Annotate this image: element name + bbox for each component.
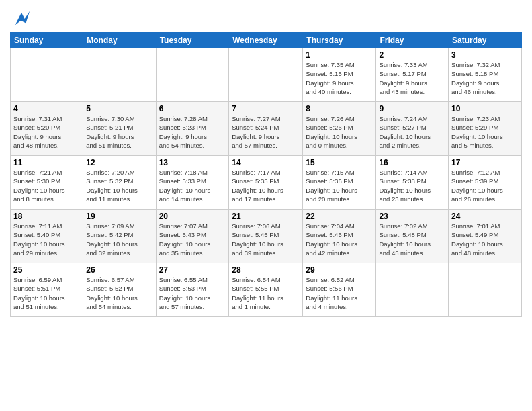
calendar-cell: 24Sunrise: 7:01 AM Sunset: 5:49 PM Dayli…: [449, 210, 522, 263]
calendar-cell: 6Sunrise: 7:28 AM Sunset: 5:23 PM Daylig…: [156, 102, 229, 156]
day-number: 22: [306, 212, 373, 221]
calendar-cell: 16Sunrise: 7:14 AM Sunset: 5:38 PM Dayli…: [376, 156, 449, 210]
calendar-cell: 3Sunrise: 7:32 AM Sunset: 5:18 PM Daylig…: [449, 48, 522, 102]
weekday-header-sunday: Sunday: [11, 33, 83, 48]
day-info: Sunrise: 7:17 AM Sunset: 5:35 PM Dayligh…: [232, 168, 300, 203]
page-container: SundayMondayTuesdayWednesdayThursdayFrid…: [0, 0, 532, 324]
day-number: 12: [86, 158, 152, 167]
day-number: 11: [13, 158, 80, 167]
calendar-cell: 21Sunrise: 7:06 AM Sunset: 5:45 PM Dayli…: [229, 210, 303, 263]
calendar-week-2: 4Sunrise: 7:31 AM Sunset: 5:20 PM Daylig…: [11, 102, 522, 156]
day-info: Sunrise: 7:20 AM Sunset: 5:32 PM Dayligh…: [86, 168, 152, 203]
logo-bird-icon: [12, 9, 31, 28]
calendar-cell: 11Sunrise: 7:21 AM Sunset: 5:30 PM Dayli…: [11, 156, 83, 210]
day-info: Sunrise: 6:54 AM Sunset: 5:55 PM Dayligh…: [232, 275, 300, 311]
calendar-table: SundayMondayTuesdayWednesdayThursdayFrid…: [10, 32, 522, 317]
calendar-cell: 20Sunrise: 7:07 AM Sunset: 5:43 PM Dayli…: [156, 210, 229, 263]
day-info: Sunrise: 7:30 AM Sunset: 5:21 PM Dayligh…: [86, 114, 152, 150]
day-info: Sunrise: 7:04 AM Sunset: 5:46 PM Dayligh…: [306, 222, 373, 257]
calendar-cell: 10Sunrise: 7:23 AM Sunset: 5:29 PM Dayli…: [449, 102, 522, 156]
day-info: Sunrise: 7:31 AM Sunset: 5:20 PM Dayligh…: [13, 114, 80, 150]
calendar-cell: 17Sunrise: 7:12 AM Sunset: 5:39 PM Dayli…: [449, 156, 522, 210]
svg-marker-0: [15, 11, 30, 26]
calendar-cell: 25Sunrise: 6:59 AM Sunset: 5:51 PM Dayli…: [11, 263, 83, 317]
day-info: Sunrise: 6:59 AM Sunset: 5:51 PM Dayligh…: [13, 275, 80, 311]
day-number: 13: [159, 158, 226, 167]
page-header: [10, 7, 522, 28]
day-number: 14: [232, 158, 300, 167]
day-number: 24: [451, 212, 519, 221]
day-number: 21: [232, 212, 300, 221]
day-number: 28: [232, 265, 300, 275]
day-number: 19: [86, 212, 152, 221]
day-number: 9: [379, 104, 445, 113]
day-number: 26: [86, 265, 152, 275]
day-number: 27: [159, 265, 226, 275]
calendar-cell: 26Sunrise: 6:57 AM Sunset: 5:52 PM Dayli…: [83, 263, 156, 317]
calendar-cell: 28Sunrise: 6:54 AM Sunset: 5:55 PM Dayli…: [229, 263, 303, 317]
weekday-header-wednesday: Wednesday: [229, 33, 303, 48]
calendar-week-1: 1Sunrise: 7:35 AM Sunset: 5:15 PM Daylig…: [11, 48, 522, 102]
calendar-cell: 29Sunrise: 6:52 AM Sunset: 5:56 PM Dayli…: [303, 263, 376, 317]
weekday-header-row: SundayMondayTuesdayWednesdayThursdayFrid…: [11, 33, 522, 48]
calendar-cell: 8Sunrise: 7:26 AM Sunset: 5:26 PM Daylig…: [303, 102, 376, 156]
day-info: Sunrise: 7:18 AM Sunset: 5:33 PM Dayligh…: [159, 168, 226, 203]
day-info: Sunrise: 6:57 AM Sunset: 5:52 PM Dayligh…: [86, 275, 152, 311]
day-info: Sunrise: 7:24 AM Sunset: 5:27 PM Dayligh…: [379, 114, 445, 150]
calendar-week-3: 11Sunrise: 7:21 AM Sunset: 5:30 PM Dayli…: [11, 156, 522, 210]
weekday-header-saturday: Saturday: [449, 33, 522, 48]
calendar-cell: [229, 48, 303, 102]
calendar-cell: 14Sunrise: 7:17 AM Sunset: 5:35 PM Dayli…: [229, 156, 303, 210]
calendar-cell: 23Sunrise: 7:02 AM Sunset: 5:48 PM Dayli…: [376, 210, 449, 263]
calendar-cell: [11, 48, 83, 102]
calendar-week-4: 18Sunrise: 7:11 AM Sunset: 5:40 PM Dayli…: [11, 210, 522, 263]
calendar-cell: 12Sunrise: 7:20 AM Sunset: 5:32 PM Dayli…: [83, 156, 156, 210]
day-info: Sunrise: 7:02 AM Sunset: 5:48 PM Dayligh…: [379, 222, 445, 257]
day-info: Sunrise: 7:12 AM Sunset: 5:39 PM Dayligh…: [451, 168, 519, 203]
calendar-cell: 19Sunrise: 7:09 AM Sunset: 5:42 PM Dayli…: [83, 210, 156, 263]
day-number: 23: [379, 212, 445, 221]
day-number: 7: [232, 104, 300, 113]
day-number: 4: [13, 104, 80, 113]
day-number: 8: [306, 104, 373, 113]
calendar-cell: [83, 48, 156, 102]
day-info: Sunrise: 7:06 AM Sunset: 5:45 PM Dayligh…: [232, 222, 300, 257]
day-info: Sunrise: 7:14 AM Sunset: 5:38 PM Dayligh…: [379, 168, 445, 203]
day-number: 15: [306, 158, 373, 167]
day-number: 6: [159, 104, 226, 113]
calendar-cell: 5Sunrise: 7:30 AM Sunset: 5:21 PM Daylig…: [83, 102, 156, 156]
weekday-header-tuesday: Tuesday: [156, 33, 229, 48]
day-number: 3: [451, 50, 519, 60]
calendar-body: 1Sunrise: 7:35 AM Sunset: 5:15 PM Daylig…: [11, 48, 522, 317]
calendar-cell: 22Sunrise: 7:04 AM Sunset: 5:46 PM Dayli…: [303, 210, 376, 263]
day-info: Sunrise: 7:07 AM Sunset: 5:43 PM Dayligh…: [159, 222, 226, 257]
day-info: Sunrise: 7:32 AM Sunset: 5:18 PM Dayligh…: [451, 60, 519, 96]
calendar-cell: [449, 263, 522, 317]
weekday-header-monday: Monday: [83, 33, 156, 48]
calendar-cell: 1Sunrise: 7:35 AM Sunset: 5:15 PM Daylig…: [303, 48, 376, 102]
day-number: 20: [159, 212, 226, 221]
logo: [10, 9, 31, 28]
calendar-cell: 13Sunrise: 7:18 AM Sunset: 5:33 PM Dayli…: [156, 156, 229, 210]
day-number: 29: [306, 265, 373, 275]
calendar-cell: 15Sunrise: 7:15 AM Sunset: 5:36 PM Dayli…: [303, 156, 376, 210]
day-info: Sunrise: 7:23 AM Sunset: 5:29 PM Dayligh…: [451, 114, 519, 150]
day-number: 17: [451, 158, 519, 167]
weekday-header-thursday: Thursday: [303, 33, 376, 48]
calendar-cell: [376, 263, 449, 317]
day-info: Sunrise: 6:52 AM Sunset: 5:56 PM Dayligh…: [306, 275, 373, 311]
calendar-cell: 9Sunrise: 7:24 AM Sunset: 5:27 PM Daylig…: [376, 102, 449, 156]
calendar-cell: 4Sunrise: 7:31 AM Sunset: 5:20 PM Daylig…: [11, 102, 83, 156]
day-info: Sunrise: 7:21 AM Sunset: 5:30 PM Dayligh…: [13, 168, 80, 203]
calendar-header: SundayMondayTuesdayWednesdayThursdayFrid…: [11, 33, 522, 48]
weekday-header-friday: Friday: [376, 33, 449, 48]
day-number: 25: [13, 265, 80, 275]
day-number: 16: [379, 158, 445, 167]
calendar-week-5: 25Sunrise: 6:59 AM Sunset: 5:51 PM Dayli…: [11, 263, 522, 317]
calendar-cell: 7Sunrise: 7:27 AM Sunset: 5:24 PM Daylig…: [229, 102, 303, 156]
day-info: Sunrise: 7:27 AM Sunset: 5:24 PM Dayligh…: [232, 114, 300, 150]
calendar-cell: [156, 48, 229, 102]
day-number: 5: [86, 104, 152, 113]
day-number: 2: [379, 50, 445, 60]
day-info: Sunrise: 7:33 AM Sunset: 5:17 PM Dayligh…: [379, 60, 445, 96]
